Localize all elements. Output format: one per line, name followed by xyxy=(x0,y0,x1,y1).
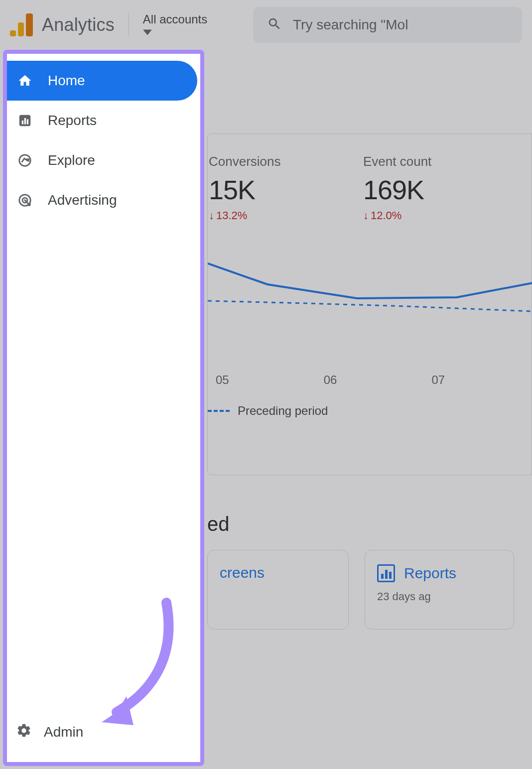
search-icon xyxy=(267,16,282,33)
recently-heading: ed xyxy=(207,513,230,535)
primary-nav: Home Reports Explore Advertising xyxy=(7,54,200,220)
sidebar-item-label: Reports xyxy=(48,113,97,128)
target-icon xyxy=(16,191,34,209)
sidebar-item-label: Admin xyxy=(44,724,83,740)
arrow-down-icon: ↓ xyxy=(363,209,369,222)
sidebar-item-label: Advertising xyxy=(48,192,117,208)
svg-rect-3 xyxy=(27,120,28,125)
metric-label: Event count xyxy=(363,154,473,169)
brand-name: Analytics xyxy=(42,14,115,35)
sidebar-item-label: Explore xyxy=(48,152,95,168)
recent-cards: creens Reports 23 days ag xyxy=(207,550,532,630)
metric-conversions[interactable]: Conversions 15K ↓ 13.2% xyxy=(209,154,318,222)
metric-value: 15K xyxy=(209,174,318,205)
brand-logo: Analytics xyxy=(10,13,115,36)
metric-delta: ↓ 13.2% xyxy=(209,209,318,222)
home-icon xyxy=(16,72,34,90)
account-picker-label: All accounts xyxy=(143,12,207,26)
recent-card[interactable]: creens xyxy=(207,550,349,630)
app-header: Analytics All accounts Try searching "Mo… xyxy=(0,0,532,50)
overview-card: Conversions 15K ↓ 13.2% Event count 169K… xyxy=(207,133,532,475)
recent-card-title: Reports xyxy=(404,565,456,582)
sidebar: Home Reports Explore Advertising xyxy=(3,50,204,766)
recent-card-subtitle: 23 days ag xyxy=(377,590,502,603)
sidebar-item-admin[interactable]: Admin xyxy=(7,716,200,748)
svg-rect-2 xyxy=(24,118,26,125)
sidebar-item-explore[interactable]: Explore xyxy=(7,140,197,180)
x-tick: 07 xyxy=(431,373,445,387)
sidebar-item-label: Home xyxy=(48,73,85,89)
legend-dash-icon xyxy=(208,410,230,412)
analytics-logo-icon xyxy=(10,13,33,36)
account-picker[interactable]: All accounts xyxy=(143,12,207,37)
sidebar-item-reports[interactable]: Reports xyxy=(7,101,197,140)
explore-icon xyxy=(16,151,34,169)
metric-value: 169K xyxy=(363,174,473,205)
sidebar-item-advertising[interactable]: Advertising xyxy=(7,180,197,220)
main-content: Conversions 15K ↓ 13.2% Event count 169K… xyxy=(207,50,532,769)
chart-x-axis: 05 06 07 xyxy=(208,373,532,387)
search-placeholder: Try searching "Mol xyxy=(293,17,408,33)
search-input[interactable]: Try searching "Mol xyxy=(253,7,522,43)
metric-label: Conversions xyxy=(209,154,318,169)
arrow-down-icon: ↓ xyxy=(209,209,214,222)
chart-legend: Preceding period xyxy=(208,404,328,418)
recent-card-title: creens xyxy=(220,564,265,581)
legend-label: Preceding period xyxy=(238,404,328,418)
sidebar-item-home[interactable]: Home xyxy=(7,61,197,101)
gear-icon xyxy=(16,723,32,742)
annotation-arrow xyxy=(92,598,191,727)
bar-chart-icon xyxy=(16,112,34,129)
metric-delta: ↓ 12.0% xyxy=(363,209,473,222)
svg-rect-1 xyxy=(22,121,23,125)
metric-event-count[interactable]: Event count 169K ↓ 12.0% xyxy=(363,154,473,222)
recent-card-reports[interactable]: Reports 23 days ag xyxy=(365,550,514,630)
chevron-down-icon xyxy=(143,28,152,37)
x-tick: 05 xyxy=(216,373,229,387)
bar-chart-icon xyxy=(377,564,395,582)
divider xyxy=(129,13,129,37)
x-tick: 06 xyxy=(324,373,337,387)
